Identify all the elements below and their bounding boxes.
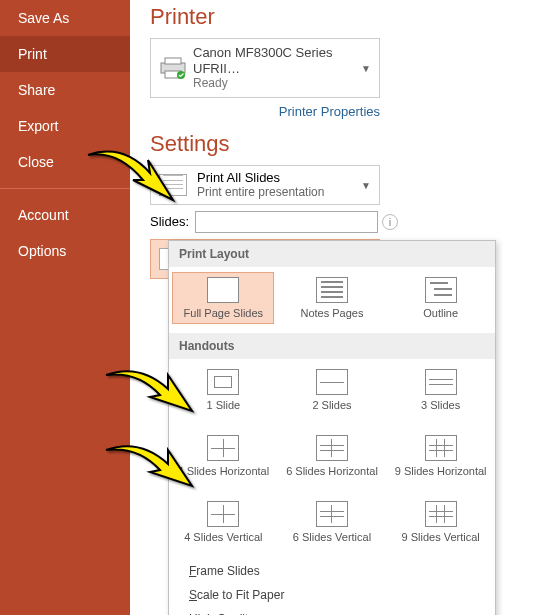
svg-point-3 — [177, 71, 185, 79]
print-all-sub: Print entire presentation — [197, 185, 371, 199]
handout-6v[interactable]: 6 Slides Vertical — [282, 497, 382, 547]
printer-icon — [159, 57, 187, 79]
full-page-icon — [207, 277, 239, 303]
sidebar-item-options[interactable]: Options — [0, 233, 130, 269]
print-layout-header: Print Layout — [169, 241, 495, 267]
print-all-label: Print All Slides — [197, 170, 371, 186]
grid-9v-icon — [425, 501, 457, 527]
grid-6h-icon — [316, 435, 348, 461]
grid-2-icon — [316, 369, 348, 395]
printer-properties-link[interactable]: Printer Properties — [150, 104, 380, 119]
handout-9h[interactable]: 9 Slides Horizontal — [391, 431, 491, 481]
grid-4h-icon — [207, 435, 239, 461]
annotation-arrow-2 — [98, 367, 198, 431]
settings-title: Settings — [150, 131, 514, 157]
layout-dropdown-panel: Print Layout Full Page Slides Notes Page… — [168, 240, 496, 615]
sidebar-item-export[interactable]: Export — [0, 108, 130, 144]
handout-6h[interactable]: 6 Slides Horizontal — [282, 431, 382, 481]
slides-input[interactable] — [195, 211, 378, 233]
frame-slides-option[interactable]: Frame Slides — [169, 559, 495, 583]
handout-3-slides[interactable]: 3 Slides — [391, 365, 491, 415]
notes-pages-icon — [316, 277, 348, 303]
scale-to-fit-option[interactable]: Scale to Fit Paper — [169, 583, 495, 607]
sidebar: Save As Print Share Export Close Account… — [0, 0, 130, 615]
annotation-arrow-3 — [98, 442, 198, 506]
high-quality-option[interactable]: High Quality — [169, 607, 495, 615]
printer-title: Printer — [150, 4, 514, 30]
printer-info: Canon MF8300C Series UFRII… Ready — [193, 45, 371, 91]
outline-icon — [425, 277, 457, 303]
layout-notes-pages[interactable]: Notes Pages — [282, 273, 382, 323]
grid-6v-icon — [316, 501, 348, 527]
grid-3-icon — [425, 369, 457, 395]
dropdown-footer: Frame Slides Scale to Fit Paper High Qua… — [169, 557, 495, 615]
info-icon[interactable]: i — [382, 214, 398, 230]
handout-2-slides[interactable]: 2 Slides — [282, 365, 382, 415]
sidebar-item-share[interactable]: Share — [0, 72, 130, 108]
sidebar-item-saveas[interactable]: Save As — [0, 0, 130, 36]
printer-name: Canon MF8300C Series UFRII… — [193, 45, 371, 76]
chevron-down-icon: ▼ — [361, 179, 371, 190]
layout-outline[interactable]: Outline — [391, 273, 491, 323]
print-all-slides-dropdown[interactable]: Print All Slides Print entire presentati… — [150, 165, 380, 205]
layout-full-page[interactable]: Full Page Slides — [173, 273, 273, 323]
chevron-down-icon: ▼ — [361, 62, 371, 73]
annotation-arrow-1 — [78, 145, 178, 229]
handouts-header: Handouts — [169, 333, 495, 359]
handout-9v[interactable]: 9 Slides Vertical — [391, 497, 491, 547]
printer-dropdown[interactable]: Canon MF8300C Series UFRII… Ready ▼ — [150, 38, 380, 98]
grid-4v-icon — [207, 501, 239, 527]
sidebar-item-print[interactable]: Print — [0, 36, 130, 72]
printer-status: Ready — [193, 76, 371, 90]
svg-rect-1 — [165, 58, 181, 64]
grid-1-icon — [207, 369, 239, 395]
grid-9h-icon — [425, 435, 457, 461]
